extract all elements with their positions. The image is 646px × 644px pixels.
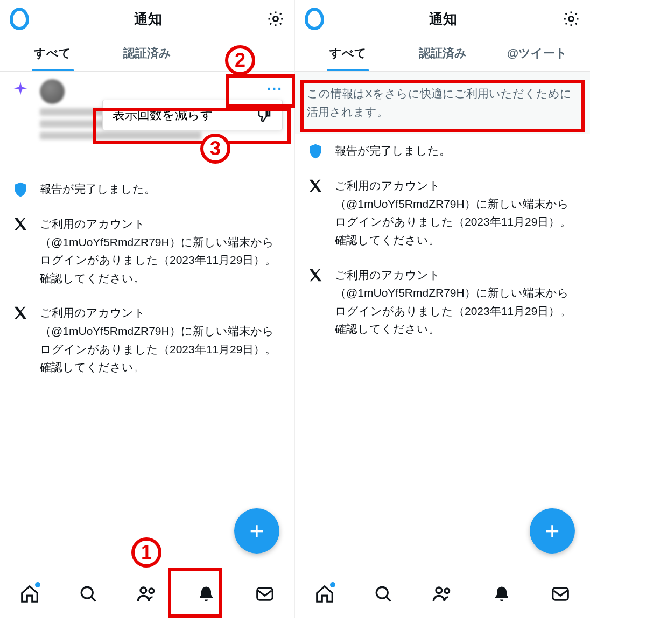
notification-item[interactable]: 報告が完了しました。 bbox=[0, 172, 294, 207]
feedback-banner: この情報はXをさらに快適にご利用いただくために活用されます。 bbox=[295, 72, 590, 134]
callout-number-1: 1 bbox=[131, 537, 162, 568]
compose-button[interactable]: + bbox=[234, 508, 279, 554]
tab-mentions[interactable]: @ツイート bbox=[490, 36, 585, 71]
unread-dot-icon bbox=[35, 582, 40, 587]
search-icon bbox=[374, 584, 393, 604]
nav-search[interactable] bbox=[76, 582, 100, 606]
plus-icon: + bbox=[250, 519, 264, 543]
nav-home[interactable] bbox=[18, 582, 41, 606]
callout-number-3: 3 bbox=[200, 134, 230, 164]
thumbs-down-icon bbox=[256, 107, 272, 123]
tab-all[interactable]: すべて bbox=[300, 36, 395, 71]
shield-icon bbox=[12, 181, 29, 198]
notification-text: ご利用のアカウント（@1mUoYf5RmdZR79H）に新しい端末からログインが… bbox=[40, 215, 285, 287]
notification-item[interactable]: ご利用のアカウント（@1mUoYf5RmdZR79H）に新しい端末からログインが… bbox=[0, 207, 294, 296]
gear-icon bbox=[562, 10, 580, 28]
more-options-button[interactable]: ··· bbox=[267, 80, 283, 97]
nav-communities[interactable] bbox=[431, 582, 454, 606]
svg-point-5 bbox=[568, 16, 573, 21]
notification-item[interactable]: ご利用のアカウント（@1mUoYf5RmdZR79H）に新しい端末からログインが… bbox=[0, 296, 294, 384]
nav-communities[interactable] bbox=[135, 582, 159, 606]
x-logo-icon bbox=[307, 267, 324, 283]
bottom-nav bbox=[295, 569, 590, 618]
nav-messages[interactable] bbox=[549, 582, 572, 606]
svg-point-0 bbox=[273, 16, 278, 21]
reduce-views-label: 表示回数を減らす bbox=[113, 107, 213, 123]
notification-item[interactable]: ご利用のアカウント（@1mUoYf5RmdZR79H）に新しい端末からログインが… bbox=[295, 169, 590, 258]
search-icon bbox=[79, 584, 98, 604]
bottom-nav bbox=[0, 569, 294, 618]
profile-avatar[interactable] bbox=[305, 8, 324, 30]
people-icon bbox=[136, 583, 158, 605]
header: 通知 bbox=[295, 0, 590, 36]
mail-icon bbox=[255, 584, 275, 604]
svg-point-1 bbox=[81, 587, 93, 598]
tab-verified[interactable]: 認証済み bbox=[100, 36, 195, 71]
svg-point-7 bbox=[436, 587, 442, 593]
x-logo-icon bbox=[12, 305, 29, 321]
nav-notifications[interactable] bbox=[490, 582, 514, 606]
nav-home[interactable] bbox=[313, 582, 336, 606]
notification-text: ご利用のアカウント（@1mUoYf5RmdZR79H）に新しい端末からログインが… bbox=[335, 266, 580, 338]
callout-number-2: 2 bbox=[225, 45, 255, 75]
svg-rect-9 bbox=[553, 587, 568, 599]
user-avatar bbox=[40, 79, 65, 104]
notification-text: ご利用のアカウント（@1mUoYf5RmdZR79H）に新しい端末からログインが… bbox=[40, 304, 285, 376]
svg-rect-4 bbox=[257, 587, 273, 599]
page-title: 通知 bbox=[29, 10, 266, 29]
mail-icon bbox=[550, 584, 571, 604]
nav-search[interactable] bbox=[371, 582, 395, 606]
nav-notifications[interactable] bbox=[194, 582, 218, 606]
reduce-views-option[interactable]: 表示回数を減らす bbox=[102, 100, 283, 130]
profile-avatar[interactable] bbox=[10, 8, 29, 30]
notification-text: 報告が完了しました。 bbox=[335, 142, 580, 160]
people-icon bbox=[432, 583, 453, 605]
right-pane: 通知 すべて 認証済み @ツイート この情報はXをさらに快適にご利用いただくため… bbox=[295, 0, 590, 618]
compose-button[interactable]: + bbox=[530, 508, 575, 554]
x-logo-icon bbox=[307, 178, 324, 194]
settings-button[interactable] bbox=[266, 10, 285, 28]
svg-point-2 bbox=[141, 587, 146, 593]
header: 通知 bbox=[0, 0, 294, 36]
sparkle-icon bbox=[12, 80, 29, 96]
page-title: 通知 bbox=[324, 10, 562, 29]
bell-icon bbox=[492, 584, 511, 604]
gear-icon bbox=[266, 10, 285, 28]
tab-all[interactable]: すべて bbox=[5, 36, 100, 71]
notification-item[interactable]: ··· 表示回数を減らす bbox=[0, 72, 294, 172]
shield-icon bbox=[307, 143, 324, 160]
svg-point-3 bbox=[149, 588, 154, 593]
unread-dot-icon bbox=[330, 582, 335, 587]
x-logo-icon bbox=[12, 216, 29, 232]
tabs: すべて 認証済み @ツイート bbox=[295, 36, 590, 72]
notification-text: ご利用のアカウント（@1mUoYf5RmdZR79H）に新しい端末からログインが… bbox=[335, 177, 580, 249]
notification-item[interactable]: ご利用のアカウント（@1mUoYf5RmdZR79H）に新しい端末からログインが… bbox=[295, 258, 590, 347]
notification-text: 報告が完了しました。 bbox=[40, 180, 285, 198]
tab-verified[interactable]: 認証済み bbox=[395, 36, 490, 71]
notification-item[interactable]: 報告が完了しました。 bbox=[295, 134, 590, 169]
bell-icon bbox=[196, 584, 216, 604]
settings-button[interactable] bbox=[562, 10, 580, 28]
svg-point-6 bbox=[377, 587, 388, 598]
left-pane: 通知 すべて 認証済み @ツ ··· bbox=[0, 0, 295, 618]
nav-messages[interactable] bbox=[253, 582, 277, 606]
svg-point-8 bbox=[445, 588, 450, 593]
plus-icon: + bbox=[545, 519, 560, 543]
